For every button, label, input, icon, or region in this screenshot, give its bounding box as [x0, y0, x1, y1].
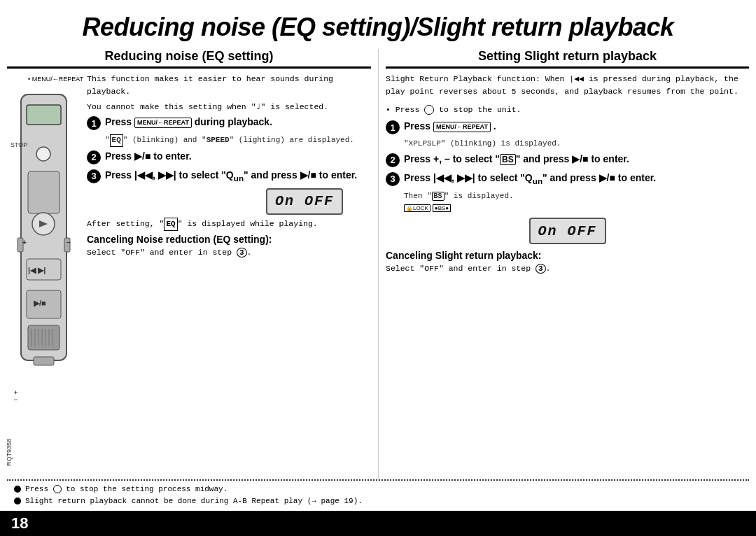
bottom-notes: Press to stop the setting process midway… — [0, 481, 756, 511]
svg-rect-1 — [27, 105, 61, 125]
bottom-note-2: Slight return playback cannot be done du… — [14, 495, 742, 507]
stop-icon-right — [424, 105, 434, 115]
eq-tag-2: EQ — [164, 218, 177, 231]
menu-repeat-icon: MENU/←REPEAT — [134, 118, 192, 128]
right-step-2: 2 Press +, – to select "BS" and press ▶/… — [386, 153, 749, 167]
right-step-2-text: Press +, – to select "BS" and press ▶/■ … — [404, 153, 629, 167]
right-stop-note: • Press to stop the unit. — [386, 104, 749, 116]
svg-text:+: + — [22, 239, 27, 246]
step-1-sub: "EQ" (blinking) and "SPEED" (lighting) a… — [105, 134, 371, 146]
svg-text:–: – — [66, 239, 71, 246]
bottom-note-1: Press to stop the setting process midway… — [14, 484, 742, 495]
right-step-number-1: 1 — [386, 120, 400, 134]
right-display-box: On OFF — [529, 218, 606, 244]
left-inner: • MENU/←REPEAT STOP — [7, 73, 371, 403]
svg-text:|◀  ▶|: |◀ ▶| — [28, 266, 46, 274]
lock-note: 🔒LOCK ●BS● — [404, 204, 749, 212]
right-step-number-3: 3 — [386, 172, 400, 186]
bottom-note-1-text: Press to stop the setting process midway… — [25, 484, 227, 495]
svg-rect-4 — [28, 171, 59, 213]
left-step-1: 1 Press MENU/←REPEAT during playback. — [87, 115, 371, 130]
right-step-1: 1 Press MENU/←REPEAT . — [386, 120, 749, 134]
right-column: Setting Slight return playback Slight Re… — [378, 49, 756, 479]
right-step-3-sub: Then "BS" is displayed. — [404, 191, 749, 202]
left-step-3: 3 Press |◀◀, ▶▶| to select "Qun" and pre… — [87, 169, 371, 184]
menu-repeat-icon-r: MENU/←REPEAT — [433, 122, 491, 132]
step-number-1: 1 — [87, 116, 101, 130]
after-setting-text: After setting, "EQ" is displayed while p… — [87, 218, 371, 231]
page-footer: 18 — [0, 511, 756, 536]
main-title: Reducing noise (EQ setting)/Slight retur… — [0, 0, 756, 49]
rq-label: RQT9358 — [6, 439, 13, 466]
right-section-heading: Setting Slight return playback — [386, 49, 749, 69]
device-image: • MENU/←REPEAT STOP — [7, 76, 84, 403]
step-1-text: Press MENU/←REPEAT during playback. — [105, 115, 272, 129]
left-intro-2: You cannot make this setting when "♩" is… — [87, 101, 371, 113]
page-number: 18 — [11, 514, 28, 533]
svg-rect-19 — [34, 357, 54, 365]
bs-label: ●BS● — [433, 204, 451, 212]
bullet-1 — [14, 486, 21, 493]
left-cancel-heading: Canceling Noise reduction (EQ setting): — [87, 234, 371, 245]
right-cancel-text: Select "OFF" and enter in step 3. — [386, 262, 749, 275]
right-cancel-heading: Canceling Slight return playback: — [386, 250, 749, 261]
device-svg: STOP — [7, 84, 80, 385]
left-cancel-text: Select "OFF" and enter in step 3. — [87, 246, 371, 259]
bottom-note-2-text: Slight return playback cannot be done du… — [25, 495, 363, 507]
right-step-3-text: Press |◀◀, ▶▶| to select "Qun" and press… — [404, 171, 656, 187]
page: Reducing noise (EQ setting)/Slight retur… — [0, 0, 756, 536]
right-intro: Slight Return Playback function: When |◀… — [386, 73, 749, 98]
right-step-1-text: Press MENU/←REPEAT . — [404, 120, 496, 134]
step-number-3: 3 — [87, 169, 101, 183]
right-step-1-sub: "XPLPSLP" (blinking) is displayed. — [404, 139, 749, 149]
right-step-number-2: 2 — [386, 153, 400, 167]
left-section-heading: Reducing noise (EQ setting) — [7, 49, 371, 69]
content-area: Reducing noise (EQ setting) • MENU/←REPE… — [0, 49, 756, 479]
svg-rect-11 — [28, 325, 59, 350]
left-intro-1: This function makes it easier to hear so… — [87, 73, 371, 98]
stop-icon-bottom — [53, 485, 62, 493]
lock-icon: 🔒LOCK — [404, 204, 430, 212]
left-step-2: 2 Press ▶/■ to enter. — [87, 150, 371, 164]
eq-tag: EQ — [110, 134, 123, 146]
step-3-text: Press |◀◀, ▶▶| to select "Qun" and press… — [105, 169, 357, 184]
step-number-2: 2 — [87, 150, 101, 164]
left-display-box: On OFF — [266, 188, 343, 215]
step-2-text: Press ▶/■ to enter. — [105, 150, 192, 164]
svg-text:▶/■: ▶/■ — [34, 299, 46, 307]
bullet-2 — [14, 498, 21, 505]
svg-point-3 — [36, 147, 50, 161]
left-column: Reducing noise (EQ setting) • MENU/←REPE… — [0, 49, 378, 479]
svg-text:STOP: STOP — [10, 141, 27, 148]
right-step-3: 3 Press |◀◀, ▶▶| to select "Qun" and pre… — [386, 171, 749, 187]
left-instructions: This function makes it easier to hear so… — [84, 73, 371, 262]
